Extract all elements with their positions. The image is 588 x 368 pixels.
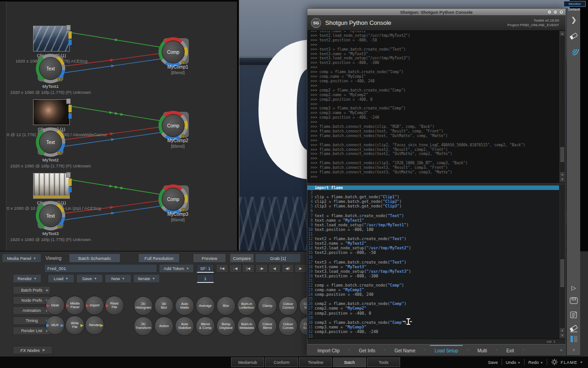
editor-line[interactable]: 15text2.position = -800, -50 — [307, 250, 559, 255]
taskbar-tab-conform[interactable]: Conform — [265, 357, 298, 367]
sidebar-button-animation[interactable]: Animation▶ — [13, 306, 51, 315]
scroll-up-icon[interactable]: ▲ — [560, 172, 565, 177]
editor-line[interactable]: 32comp3.position = -400, -240 — [307, 329, 559, 334]
text-node[interactable]: Text — [39, 131, 62, 154]
monitor-button[interactable]: Monitor — [564, 1, 586, 7]
window-titlebar[interactable]: Shotgun: Shotgun Python Console – □ × — [307, 9, 565, 15]
comp-node[interactable]: Comp — [162, 40, 185, 63]
sidebar-button-node-prefs[interactable]: Node Prefs▶ — [13, 296, 51, 305]
io-node-import[interactable]: Import▶ — [85, 296, 104, 315]
editor-line[interactable]: 26comp2 = flame.batch.create_node("Comp"… — [307, 301, 559, 306]
bin-node-blend-comp[interactable]: Blend & Comp — [196, 316, 215, 336]
chevron-right-icon[interactable]: ❯ — [567, 16, 581, 24]
editor-line[interactable]: 2 — [307, 190, 559, 195]
console-tab-load-setup[interactable]: Load Setup — [430, 345, 463, 355]
document-list-icon[interactable] — [567, 311, 581, 321]
editor-line[interactable]: 29 — [307, 316, 559, 320]
editor-line[interactable]: 24comp.position = -400, 240 — [307, 292, 559, 297]
taskbar-tab-batch[interactable]: Batch — [333, 357, 366, 367]
save-dropdown[interactable]: Save▼ — [76, 274, 103, 283]
sidebar-button-batch-prefs[interactable]: Batch Prefs▶ — [13, 286, 51, 294]
clip-thumbnail[interactable] — [33, 173, 70, 199]
bin-node-3d-blur[interactable]: 3D Blur — [154, 296, 174, 316]
save-button[interactable]: Save — [488, 360, 498, 365]
editor-line[interactable]: 9text.load_node_setup("/usr/tmp/MyText1"… — [307, 223, 559, 227]
output-scrollbar[interactable]: ▲ ▲ ▼ — [560, 31, 565, 183]
eraser-icon[interactable] — [567, 32, 581, 41]
add-token-dropdown[interactable]: Add Token▼ — [159, 264, 194, 273]
editor-line[interactable]: 18text3.name = "MyText3" — [307, 264, 559, 269]
editor-line[interactable]: 17text3 = flame.batch.create_node("Text"… — [307, 260, 559, 264]
editor-line[interactable]: 30comp3 = flame.batch.create_node("Comp"… — [307, 320, 559, 325]
add-tab-icon[interactable]: + — [560, 347, 565, 353]
io-node-mux[interactable]: MUX▶▶ — [45, 316, 65, 335]
scroll-down-icon[interactable]: ▼ — [560, 333, 565, 338]
editor-line[interactable]: 31comp3.name = "MyComp3" — [307, 325, 559, 329]
scroll-down-icon[interactable]: ▼ — [560, 177, 565, 182]
editor-line[interactable]: 21 — [307, 278, 559, 283]
sidebar-button-timing[interactable]: Timing▶ — [13, 316, 51, 325]
editor-line[interactable]: 33 — [307, 334, 559, 339]
io-node-read-file[interactable]: Read File▶ — [105, 296, 124, 315]
window-maximize-button[interactable]: □ — [553, 10, 558, 14]
bin-node-action[interactable]: Action — [154, 316, 174, 336]
new-dropdown[interactable]: New▼ — [105, 274, 131, 283]
editor-line[interactable]: 12text2 = flame.batch.create_node("Text"… — [307, 236, 559, 241]
undo-button[interactable]: Undo ▼ — [506, 360, 520, 365]
editor-line[interactable]: 19text3.load_node_setup("/usr/tmp/MyText… — [307, 269, 559, 274]
window-close-button[interactable]: × — [559, 10, 564, 14]
transport-button-5[interactable]: ◀Ⅱ — [282, 264, 294, 273]
bin-node-clamp[interactable]: Clamp — [258, 296, 277, 316]
sidebar-button-render-list[interactable]: Render List▶ — [13, 327, 51, 335]
view-button-preview[interactable]: Preview — [193, 253, 226, 263]
transport-button-3[interactable]: ↓▶ — [255, 264, 268, 273]
play-icon[interactable]: ▷ — [567, 284, 581, 291]
editor-line[interactable]: 22comp = flame.batch.create_node("Comp") — [307, 283, 559, 288]
editor-line[interactable]: 5clip3 = flame.batch.get_node("Clip3") — [307, 204, 559, 208]
console-tab-import-clip[interactable]: Import Clip — [313, 345, 344, 355]
console-tab-multi[interactable]: Multi — [473, 345, 492, 355]
comp-node[interactable]: Comp — [162, 188, 185, 211]
transport-button-0[interactable]: Ⅱ◀ — [216, 264, 228, 273]
text-node[interactable]: Text — [39, 204, 62, 227]
bin-node-colour-curves[interactable]: Colour Curves — [278, 316, 298, 336]
editor-line[interactable]: 27comp2.name = "MyComp2" — [307, 306, 559, 310]
transport-button-2[interactable]: [◀ — [242, 264, 254, 273]
start-frame-field[interactable]: SF: 1 — [197, 264, 214, 273]
view-button-compare[interactable]: Compare — [230, 253, 254, 263]
editor-line[interactable]: 14text2.load_node_setup("/usr/tmp/MyText… — [307, 246, 559, 250]
iterate-dropdown[interactable]: Iterate▼ — [133, 274, 160, 283]
taskbar-tab-timeline[interactable]: Timeline — [299, 357, 332, 367]
editor-line[interactable]: 10text.position = -800, 180 — [307, 227, 559, 232]
window-minimize-button[interactable]: – — [547, 10, 552, 14]
redo-button[interactable]: Redo ▼ — [528, 360, 543, 365]
clip-thumbnail[interactable] — [33, 26, 70, 52]
editor-line[interactable]: 3clip = flame.batch.get_node("Clip1") — [307, 195, 559, 199]
transport-button-6[interactable]: ▶ — [294, 264, 307, 273]
python-editor-pane[interactable]: 1import flame23clip = flame.batch.get_no… — [307, 185, 559, 339]
editor-line[interactable]: 6 — [307, 208, 559, 213]
scroll-up-icon[interactable]: ▲ — [560, 31, 565, 36]
eraser-icon[interactable] — [567, 325, 581, 334]
editor-line[interactable]: 1import flame — [307, 185, 559, 190]
bin-node-colour-blend[interactable]: Colour Blend — [258, 316, 277, 336]
transport-button-1[interactable]: ↓◀ — [229, 264, 242, 273]
bin-node-2d-transform[interactable]: 2D Transform — [134, 316, 153, 336]
bin-node-average[interactable]: Average — [196, 296, 215, 316]
editor-line[interactable]: 13text2.name = "MyText2" — [307, 241, 559, 246]
view-button-full-resolution[interactable]: Full Resolution — [138, 253, 180, 263]
load-dropdown[interactable]: Load▼ — [48, 274, 74, 283]
view-button-grab-1-[interactable]: Grab [1] — [255, 253, 301, 263]
console-tab-get-name[interactable]: Get Name — [390, 345, 420, 355]
current-frame-field[interactable]: 1 — [197, 274, 214, 283]
editor-line[interactable]: 28comp2.position = -400, 0 — [307, 311, 559, 316]
bin-node-auto-stabilize[interactable]: Auto Stabilize — [175, 316, 194, 336]
bin-node-2d-histogram[interactable]: 2D Histogram — [134, 296, 153, 316]
io-node-render[interactable]: Render▶ — [85, 316, 104, 335]
bin-node-blur[interactable]: Blur — [216, 296, 236, 316]
comp-node[interactable]: Comp — [162, 114, 185, 137]
editor-line[interactable]: 20text3.position = -800, -300 — [307, 274, 559, 278]
bin-node-auto-matte[interactable]: Auto Matte — [175, 296, 194, 316]
iteration-name-input[interactable] — [44, 264, 157, 273]
media-panel-dropdown[interactable]: Media Panel▼ — [2, 253, 41, 263]
